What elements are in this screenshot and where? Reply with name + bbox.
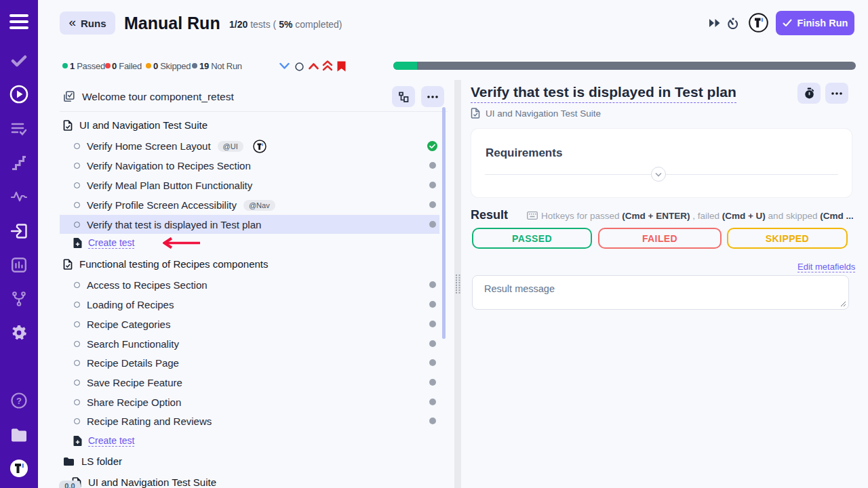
svg-text:?: ? <box>16 396 22 406</box>
